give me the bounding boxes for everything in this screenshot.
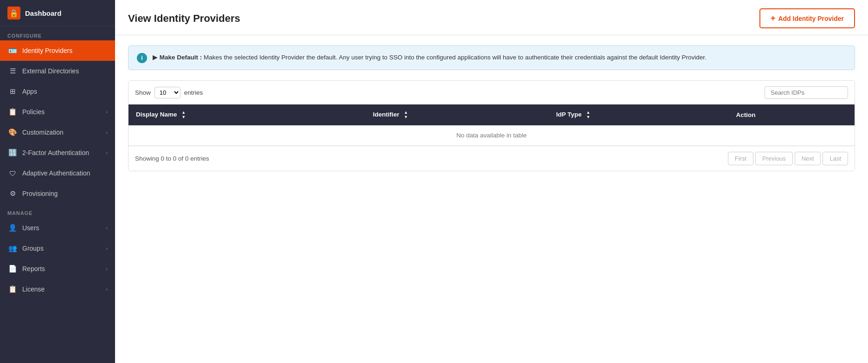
table-header-row: Display Name ▲ ▼ Identifier ▲ ▼ [129, 104, 855, 125]
col-action: Action [729, 104, 855, 125]
table-footer: Showing 0 to 0 of 0 entries First Previo… [129, 146, 855, 171]
info-banner: i ▶ Make Default : Makes the selected Id… [128, 45, 855, 70]
policies-icon: 📋 [7, 107, 18, 117]
pagination-controls: First Previous Next Last [728, 152, 848, 165]
add-identity-provider-button[interactable]: + Add Identity Provider [759, 8, 855, 28]
sidebar-logo[interactable]: 🔒 Dashboard [0, 0, 115, 26]
sidebar-item-label: Provisioning [22, 190, 108, 197]
sidebar-item-customization[interactable]: 🎨 Customization › [0, 122, 115, 143]
info-banner-bold: Make Default : [160, 54, 202, 61]
col-idp-type: IdP Type ▲ ▼ [549, 104, 729, 125]
sidebar-item-2fa[interactable]: 🔢 2-Factor Authentication › [0, 143, 115, 163]
adaptive-auth-icon: 🛡 [7, 168, 18, 178]
sort-icon-idp-type[interactable]: ▲ ▼ [586, 110, 591, 119]
chevron-right-icon: › [106, 109, 108, 115]
manage-section-label: Manage [0, 204, 115, 218]
col-identifier: Identifier ▲ ▼ [366, 104, 549, 125]
entries-per-page-select[interactable]: 10 25 50 100 [154, 87, 180, 98]
table-empty-row: No data available in table [129, 125, 855, 146]
chevron-right-icon: › [106, 130, 108, 135]
sidebar-item-label: Policies [22, 108, 106, 116]
sidebar-item-label: Identity Providers [22, 47, 108, 54]
sidebar-item-label: Apps [22, 88, 108, 95]
license-icon: 📋 [7, 284, 18, 294]
page-content: i ▶ Make Default : Makes the selected Id… [115, 35, 868, 182]
sidebar-item-license[interactable]: 📋 License › [0, 279, 115, 299]
2fa-icon: 🔢 [7, 148, 18, 158]
sidebar-item-label: Groups [22, 245, 106, 252]
no-data-message: No data available in table [129, 125, 855, 146]
col-display-name: Display Name ▲ ▼ [129, 104, 366, 125]
customization-icon: 🎨 [7, 127, 18, 137]
sidebar-item-users[interactable]: 👤 Users › [0, 218, 115, 238]
chevron-right-icon: › [106, 225, 108, 231]
sidebar-item-label: Users [22, 224, 106, 232]
col-action-label: Action [736, 111, 756, 118]
info-banner-description: Makes the selected Identity Provider the… [202, 54, 706, 61]
provisioning-icon: ⚙ [7, 188, 18, 199]
add-idp-button-label: Add Identity Provider [778, 15, 844, 22]
sort-icon-identifier[interactable]: ▲ ▼ [404, 110, 408, 119]
sidebar-item-apps[interactable]: ⊞ Apps [0, 81, 115, 102]
showing-entries-text: Showing 0 to 0 of 0 entries [135, 155, 209, 162]
first-page-button[interactable]: First [728, 152, 753, 165]
sidebar-item-label: External Directories [22, 67, 108, 75]
configure-section-label: Configure [0, 26, 115, 40]
sidebar-item-provisioning[interactable]: ⚙ Provisioning [0, 183, 115, 204]
idp-table: Display Name ▲ ▼ Identifier ▲ ▼ [129, 104, 855, 146]
search-idps-input[interactable] [765, 86, 848, 99]
sidebar-item-external-directories[interactable]: ☰ External Directories [0, 61, 115, 81]
sort-icon-display-name[interactable]: ▲ ▼ [181, 110, 186, 119]
show-label: Show [135, 89, 151, 96]
show-entries-control: Show 10 25 50 100 entries [135, 87, 203, 98]
sidebar-item-label: License [22, 285, 106, 293]
next-page-button[interactable]: Next [795, 152, 821, 165]
col-idp-type-label: IdP Type [556, 111, 582, 118]
entries-label: entries [184, 89, 203, 96]
users-icon: 👤 [7, 223, 18, 233]
chevron-right-icon: › [106, 150, 108, 156]
sidebar-item-groups[interactable]: 👥 Groups › [0, 238, 115, 259]
main-content: View Identity Providers + Add Identity P… [115, 0, 868, 363]
col-display-name-label: Display Name [136, 111, 177, 118]
page-title: View Identity Providers [128, 13, 240, 25]
sidebar-item-identity-providers[interactable]: 🪪 Identity Providers [0, 40, 115, 61]
last-page-button[interactable]: Last [823, 152, 848, 165]
chevron-right-icon: › [106, 266, 108, 272]
table-controls: Show 10 25 50 100 entries [129, 81, 855, 104]
sidebar-item-label: Adaptive Authentication [22, 169, 108, 177]
sidebar-item-label: Customization [22, 129, 106, 136]
reports-icon: 📄 [7, 264, 18, 274]
sidebar-item-label: 2-Factor Authentication [22, 149, 106, 156]
sidebar-item-reports[interactable]: 📄 Reports › [0, 259, 115, 279]
page-header: View Identity Providers + Add Identity P… [115, 0, 868, 35]
sidebar: 🔒 Dashboard Configure 🪪 Identity Provide… [0, 0, 115, 363]
sidebar-item-label: Reports [22, 265, 106, 272]
logo-icon: 🔒 [7, 6, 20, 19]
sidebar-logo-label: Dashboard [25, 9, 61, 17]
idp-table-container: Show 10 25 50 100 entries Display [128, 80, 855, 171]
info-banner-text: ▶ Make Default : Makes the selected Iden… [153, 52, 707, 63]
chevron-right-icon: › [106, 286, 108, 292]
apps-icon: ⊞ [7, 86, 18, 97]
identity-providers-icon: 🪪 [7, 45, 18, 56]
col-identifier-label: Identifier [373, 111, 399, 118]
info-icon: i [137, 53, 147, 63]
sidebar-item-adaptive-auth[interactable]: 🛡 Adaptive Authentication [0, 163, 115, 183]
groups-icon: 👥 [7, 243, 18, 253]
sidebar-item-policies[interactable]: 📋 Policies › [0, 102, 115, 122]
previous-page-button[interactable]: Previous [755, 152, 793, 165]
plus-icon: + [771, 13, 776, 23]
external-directories-icon: ☰ [7, 66, 18, 76]
chevron-right-icon: › [106, 246, 108, 251]
